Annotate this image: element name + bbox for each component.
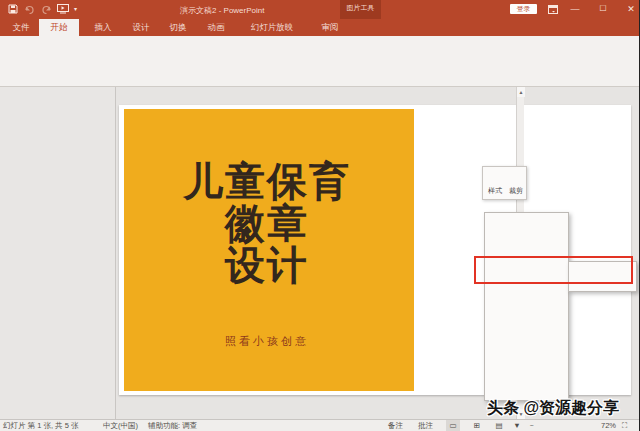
tab-animations[interactable]: 动画 xyxy=(198,19,234,36)
tab-design[interactable]: 设计 xyxy=(123,19,159,36)
slide-counter[interactable]: 幻灯片 第 1 张, 共 5 张 xyxy=(3,420,78,431)
notes-button[interactable]: 备注 xyxy=(388,420,403,431)
tab-slideshow[interactable]: 幻灯片放映 xyxy=(236,19,308,36)
reading-view-button[interactable]: ▤ xyxy=(492,420,506,431)
annotation-red-box xyxy=(474,256,633,284)
minimize-button[interactable]: — xyxy=(568,3,582,15)
tab-transitions[interactable]: 切换 xyxy=(160,19,196,36)
tab-file[interactable]: 文件 xyxy=(3,19,39,36)
context-menu xyxy=(484,212,569,401)
start-slideshow-icon[interactable] xyxy=(57,4,69,14)
ribbon xyxy=(0,36,640,87)
language-indicator[interactable]: 中文(中国) xyxy=(103,420,138,431)
redo-icon[interactable] xyxy=(41,4,52,14)
scroll-up-arrow[interactable]: ▲ xyxy=(517,87,525,97)
slideshow-button[interactable]: ▼ xyxy=(510,420,524,431)
tab-review[interactable]: 审阅 xyxy=(312,19,348,36)
crop-button[interactable]: 裁剪 xyxy=(506,169,526,198)
save-icon[interactable] xyxy=(8,4,18,14)
slide-subtitle[interactable]: 照看小孩创意 xyxy=(119,334,415,349)
zoom-out-button[interactable]: － xyxy=(528,420,536,431)
accessibility-status[interactable]: 辅助功能: 调查 xyxy=(148,420,197,431)
slide-thumbnail-panel xyxy=(0,87,116,419)
maximize-button[interactable]: ☐ xyxy=(596,3,610,15)
window-title: 演示文稿2 - PowerPoint xyxy=(180,5,264,16)
normal-view-button[interactable]: ▭ xyxy=(446,420,460,431)
tab-home[interactable]: 开始 xyxy=(39,19,79,36)
close-button[interactable]: ✕ xyxy=(624,3,638,15)
ribbon-tab-row: 文件 开始 插入 设计 切换 动画 幻灯片放映 审阅 xyxy=(0,19,640,36)
sign-in-button[interactable]: 登录 xyxy=(510,4,537,14)
mini-toolbar: 样式 裁剪 xyxy=(482,166,527,200)
title-bar: ▾ 演示文稿2 - PowerPoint 登录 — ☐ ✕ xyxy=(0,0,640,19)
tab-insert[interactable]: 插入 xyxy=(85,19,121,36)
comments-button[interactable]: 批注 xyxy=(418,420,433,431)
ribbon-display-options-icon[interactable] xyxy=(548,5,558,14)
fit-slide-button[interactable]: ⛶ xyxy=(622,420,627,431)
slide-title[interactable]: 儿童保育 徽章 设计 xyxy=(119,160,415,286)
undo-icon[interactable] xyxy=(24,4,35,14)
watermark: 头条 @资源趣分享 xyxy=(487,398,619,419)
picture-tools-label: 图片工具 xyxy=(340,3,381,13)
picture-style-button[interactable]: 样式 xyxy=(485,169,505,198)
status-bar: 幻灯片 第 1 张, 共 5 张 中文(中国) 辅助功能: 调查 备注 批注 ▭… xyxy=(0,419,640,431)
powerpoint-window: ▾ 演示文稿2 - PowerPoint 登录 — ☐ ✕ 图片工具 文件 开始… xyxy=(0,0,640,431)
slide-sorter-button[interactable]: ⊞ xyxy=(470,420,484,431)
zoom-level[interactable]: 72% xyxy=(601,420,616,431)
qat-customize-icon[interactable]: ▾ xyxy=(74,4,77,14)
